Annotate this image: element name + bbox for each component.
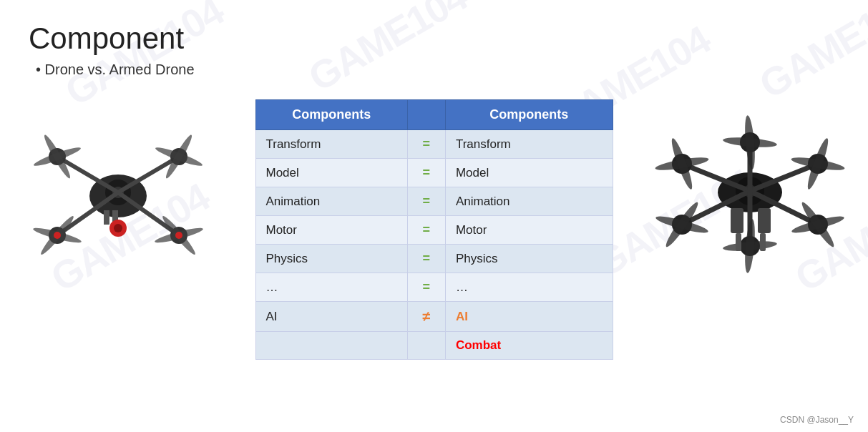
svg-point-23 <box>54 232 61 239</box>
table-row-col1-1: Model <box>255 159 407 187</box>
table-row-col1-0: Transform <box>255 130 407 159</box>
table-row-eq-7 <box>407 332 445 360</box>
table-row-col2-0: Transform <box>445 130 613 159</box>
table-row-col2-2: Animation <box>445 187 613 216</box>
table-row-eq-3: = <box>407 216 445 245</box>
drone-left-image <box>14 85 222 300</box>
table-row-col1-5: … <box>255 273 407 302</box>
table-row-col2-7: Combat <box>445 332 613 360</box>
svg-rect-52 <box>731 208 743 233</box>
table-row-col1-2: Animation <box>255 187 407 216</box>
page-title: Component <box>29 21 839 56</box>
svg-point-24 <box>175 232 182 239</box>
table-row-col1-6: AI <box>255 302 407 332</box>
table-row-col2-3: Motor <box>445 216 613 245</box>
svg-rect-54 <box>736 233 741 251</box>
header-col2 <box>407 100 445 130</box>
drone-right-image <box>646 85 854 300</box>
table-row-col1-3: Motor <box>255 216 407 245</box>
svg-rect-19 <box>104 210 109 225</box>
main-area: Components Components Transform=Transfor… <box>29 99 839 360</box>
svg-rect-53 <box>758 208 771 233</box>
table-row-eq-6: ≠ <box>407 302 445 332</box>
table-row-col2-1: Model <box>445 159 613 187</box>
svg-point-14 <box>163 133 195 180</box>
table-row-eq-0: = <box>407 130 445 159</box>
comparison-table: Components Components Transform=Transfor… <box>255 99 613 360</box>
page-content: Component • Drone vs. Armed Drone <box>0 0 868 374</box>
svg-rect-55 <box>760 233 766 251</box>
table-row-col2-5: … <box>445 273 613 302</box>
table-row-col1-7 <box>255 332 407 360</box>
table-row-eq-1: = <box>407 159 445 187</box>
subtitle: • Drone vs. Armed Drone <box>36 62 839 78</box>
header-col1: Components <box>255 100 407 130</box>
table-row-col2-4: Physics <box>445 245 613 273</box>
credits-text: CSDN @Jason__Y <box>780 415 854 425</box>
table-row-col1-4: Physics <box>255 245 407 273</box>
svg-point-22 <box>114 224 122 232</box>
svg-point-12 <box>42 133 73 180</box>
header-col3: Components <box>445 100 613 130</box>
table-row-eq-4: = <box>407 245 445 273</box>
comparison-table-wrapper: Components Components Transform=Transfor… <box>255 99 613 360</box>
table-row-eq-2: = <box>407 187 445 216</box>
table-row-eq-5: = <box>407 273 445 302</box>
table-row-col2-6: AI <box>445 302 613 332</box>
